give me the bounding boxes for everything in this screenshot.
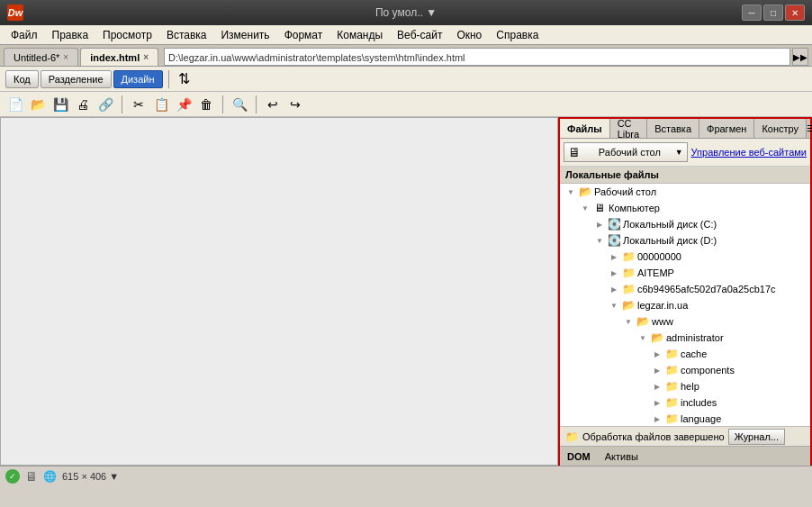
view-btn-разделение[interactable]: Разделение <box>41 70 112 88</box>
paste-icon[interactable]: 📌 <box>174 95 194 114</box>
view-btn-код[interactable]: Код <box>5 70 39 88</box>
toolbar-row-1: КодРазделениеДизайн ⇅ <box>0 67 812 92</box>
tree-expander[interactable]: ▶ <box>607 266 621 280</box>
panel-tab-3[interactable]: Фрагмен <box>699 119 754 138</box>
menu-item-правка[interactable]: Правка <box>45 27 96 43</box>
win-controls: ─ □ ✕ <box>742 5 805 21</box>
tree-expander[interactable]: ▶ <box>650 363 664 377</box>
tree-item[interactable]: ▶💽Локальный диск (C:) <box>560 216 810 232</box>
files-section-header: Локальные файлы <box>560 167 810 184</box>
tree-item[interactable]: ▶📁includes <box>560 394 810 411</box>
location-icon: 🖥 <box>568 145 581 159</box>
copy-icon[interactable]: 📋 <box>151 95 171 114</box>
redo-icon[interactable]: ↪ <box>285 95 305 114</box>
tree-folder-icon: 📂 <box>636 314 650 329</box>
view-btn-дизайн[interactable]: Дизайн <box>113 70 163 88</box>
tree-folder-icon: 📁 <box>664 395 679 410</box>
file-tree[interactable]: ▼📂Рабочий стол▼🖥Компьютер▶💽Локальный дис… <box>560 184 810 426</box>
expand-button[interactable]: ▶▶ <box>792 48 808 66</box>
menu-item-вставка[interactable]: Вставка <box>159 27 214 43</box>
tree-item[interactable]: ▶📁cache <box>560 346 810 362</box>
menu-item-изменить[interactable]: Изменить <box>213 27 276 43</box>
tree-expander[interactable]: ▶ <box>607 249 621 264</box>
manage-link[interactable]: Управление веб-сайтами <box>691 147 807 158</box>
sep4 <box>256 95 257 113</box>
tree-folder-icon: 📁 <box>621 266 636 280</box>
tree-item[interactable]: ▼📂administrator <box>560 330 810 346</box>
tree-folder-icon: 💽 <box>607 217 621 231</box>
new-file-icon[interactable]: 📄 <box>5 95 25 114</box>
panel-tab-1[interactable]: CC Libra <box>610 119 647 138</box>
tree-label: c6b94965afc502d7a0a25cb17c <box>637 284 776 294</box>
tree-folder-icon: 📁 <box>621 249 636 264</box>
tree-expander[interactable]: ▶ <box>650 347 664 361</box>
menu-item-формат[interactable]: Формат <box>277 27 330 43</box>
status-icon: ✓ <box>5 469 20 484</box>
panel-tabs: ФайлыCC LibraВставкаФрагменКонстру☰ <box>560 119 810 139</box>
tree-item[interactable]: ▼📂www <box>560 313 810 330</box>
tree-expander[interactable]: ▼ <box>636 330 650 345</box>
panel-tab-0[interactable]: Файлы <box>560 119 610 138</box>
open-icon[interactable]: 📂 <box>28 95 48 114</box>
ftp-icon[interactable]: 🔗 <box>95 95 115 114</box>
tab-close-1[interactable]: × <box>143 52 149 62</box>
tree-item[interactable]: ▶📁language <box>560 411 810 426</box>
dom-tab[interactable]: DOM <box>564 450 594 463</box>
menu-item-справка[interactable]: Справка <box>489 27 546 43</box>
tree-expander[interactable]: ▼ <box>621 314 636 329</box>
close-button[interactable]: ✕ <box>785 5 805 21</box>
tree-item[interactable]: ▼🖥Компьютер <box>560 200 810 216</box>
tree-folder-icon: 📂 <box>578 185 592 199</box>
minimize-button[interactable]: ─ <box>742 5 762 21</box>
tree-item[interactable]: ▶📁help <box>560 378 810 394</box>
tree-item[interactable]: ▶📁c6b94965afc502d7a0a25cb17c <box>560 281 810 297</box>
tree-label: Локальный диск (D:) <box>623 235 717 246</box>
tree-item[interactable]: ▶📁00000000 <box>560 249 810 265</box>
panel-options-button[interactable]: ☰ <box>807 119 812 138</box>
menu-item-команды[interactable]: Команды <box>329 27 390 43</box>
maximize-button[interactable]: □ <box>763 5 783 21</box>
tree-expander[interactable]: ▼ <box>578 201 592 215</box>
tree-expander[interactable]: ▶ <box>607 282 621 296</box>
tab-close-0[interactable]: × <box>63 52 68 62</box>
tree-label: cache <box>681 349 707 359</box>
monitor-icon: 🖥 <box>25 469 38 484</box>
tree-item[interactable]: ▼📂legzar.in.ua <box>560 297 810 313</box>
journal-button[interactable]: Журнал... <box>728 429 785 445</box>
tree-expander[interactable]: ▶ <box>650 379 664 394</box>
menu-item-просмотр[interactable]: Просмотр <box>95 27 159 43</box>
tab-0[interactable]: Untitled-6*× <box>4 48 78 66</box>
menu-item-окно[interactable]: Окно <box>449 27 489 43</box>
cut-icon[interactable]: ✂ <box>129 95 149 114</box>
assets-tab[interactable]: Активы <box>601 450 642 463</box>
tree-expander[interactable]: ▼ <box>592 233 607 248</box>
tree-item[interactable]: ▼💽Локальный диск (D:) <box>560 232 810 249</box>
location-dropdown[interactable]: 🖥 Рабочий стол ▼ <box>564 142 688 162</box>
tree-item[interactable]: ▼📂Рабочий стол <box>560 184 810 200</box>
tree-label: help <box>681 381 699 392</box>
menu-item-веб-сайт[interactable]: Веб-сайт <box>390 27 449 43</box>
tree-item[interactable]: ▶📁components <box>560 362 810 378</box>
tree-expander[interactable]: ▶ <box>592 217 607 231</box>
menu-item-файл[interactable]: Файл <box>4 27 45 43</box>
undo-icon[interactable]: ↩ <box>263 95 283 114</box>
sep2 <box>122 95 122 113</box>
tree-expander[interactable]: ▶ <box>650 395 664 410</box>
save-icon[interactable]: 💾 <box>50 95 70 114</box>
menu-bar: ФайлПравкаПросмотрВставкаИзменитьФорматК… <box>0 25 812 45</box>
title-center: По умол.. ▼ <box>375 6 437 19</box>
tree-folder-icon: 📁 <box>664 363 679 377</box>
tree-expander[interactable]: ▶ <box>650 412 664 426</box>
panel-tab-2[interactable]: Вставка <box>647 119 699 138</box>
main-area: ФайлыCC LibraВставкаФрагменКонстру☰ 🖥 Ра… <box>0 117 812 466</box>
tab-1[interactable]: index.html× <box>80 48 158 66</box>
panel-content: 🖥 Рабочий стол ▼ Управление веб-сайтами … <box>560 139 810 446</box>
tree-item[interactable]: ▶📁AITEMP <box>560 265 810 281</box>
delete-icon[interactable]: 🗑 <box>196 95 216 114</box>
tree-expander[interactable]: ▼ <box>564 185 578 199</box>
sync-icon[interactable]: ⇅ <box>175 69 194 89</box>
print-icon[interactable]: 🖨 <box>73 95 93 114</box>
panel-tab-4[interactable]: Констру <box>754 119 807 138</box>
tree-expander[interactable]: ▼ <box>607 298 621 312</box>
find-icon[interactable]: 🔍 <box>230 95 249 114</box>
